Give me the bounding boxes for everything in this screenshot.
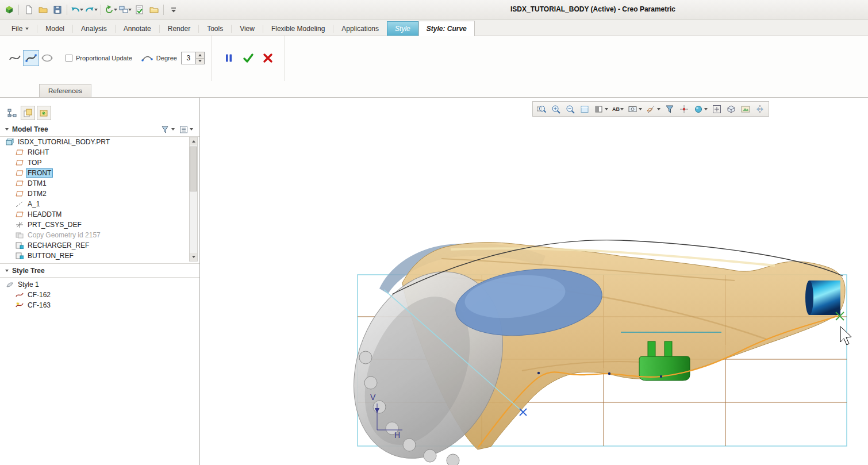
show-layers-button[interactable] xyxy=(21,106,35,120)
app-logo-icon[interactable] xyxy=(2,3,16,17)
proportional-update-checkbox[interactable]: Proportional Update xyxy=(66,55,132,62)
redo-dropdown-icon[interactable] xyxy=(94,9,98,11)
style-tree-header[interactable]: Style Tree xyxy=(0,263,199,278)
scene-render-button[interactable] xyxy=(739,102,752,116)
free-curve-button[interactable] xyxy=(7,50,23,66)
3d-viewport[interactable]: V H xyxy=(200,98,868,465)
tab-style[interactable]: Style xyxy=(387,21,418,36)
tab-tools[interactable]: Tools xyxy=(199,21,231,36)
perspective-button[interactable] xyxy=(724,102,738,116)
tree-item-style1[interactable]: Style 1 xyxy=(0,279,199,290)
tab-view[interactable]: View xyxy=(232,21,263,36)
zoom-out-button[interactable] xyxy=(563,102,577,116)
datum-display-button[interactable] xyxy=(644,102,662,116)
tree-item-dtm1[interactable]: DTM1 xyxy=(0,178,199,189)
zoom-window-button[interactable] xyxy=(710,102,724,116)
windows-dropdown-icon[interactable] xyxy=(128,9,132,11)
separator xyxy=(285,35,285,81)
tab-applications[interactable]: Applications xyxy=(333,21,387,36)
open-folder-button[interactable] xyxy=(147,3,160,17)
tree-item-headdtm[interactable]: HEADDTM xyxy=(0,209,199,220)
collapse-arrow-icon[interactable] xyxy=(5,270,9,272)
saved-views-button[interactable] xyxy=(626,102,644,116)
scroll-down-button[interactable] xyxy=(190,253,197,261)
collapse-arrow-icon[interactable] xyxy=(5,128,9,130)
windows-button[interactable] xyxy=(118,3,132,17)
customize-toolbar-button[interactable] xyxy=(167,3,180,17)
tab-model[interactable]: Model xyxy=(37,21,72,36)
model-tree-header[interactable]: Model Tree xyxy=(0,122,199,137)
appearances-button[interactable] xyxy=(692,102,709,116)
tree-item-part[interactable]: ISDX_TUTORIAL_BODY.PRT xyxy=(0,137,199,147)
save-button[interactable] xyxy=(51,3,64,17)
curve-on-surface-button[interactable] xyxy=(39,50,55,66)
pause-button[interactable] xyxy=(221,50,237,66)
tree-navigator-button[interactable] xyxy=(5,106,19,120)
refit-button[interactable] xyxy=(535,102,548,116)
perspective-box-icon xyxy=(726,104,736,114)
refit-icon xyxy=(536,104,547,114)
tree-filters-button[interactable] xyxy=(160,124,176,135)
tree-item-right[interactable]: RIGHT xyxy=(0,147,199,157)
scroll-up-button[interactable] xyxy=(190,137,197,145)
ok-button[interactable] xyxy=(240,50,256,66)
degree-spinner[interactable]: 3 xyxy=(181,52,205,64)
save-icon xyxy=(52,5,63,15)
tab-render[interactable]: Render xyxy=(160,21,198,36)
display-style-button[interactable] xyxy=(592,102,610,116)
tree-item-top[interactable]: TOP xyxy=(0,157,199,168)
planar-curve-button[interactable] xyxy=(23,50,39,66)
tree-item-cf162[interactable]: CF-162 xyxy=(0,290,199,300)
tree-item-csys[interactable]: PRT_CSYS_DEF xyxy=(0,220,199,230)
scrollbar-thumb[interactable] xyxy=(190,147,197,191)
tree-item-cf163[interactable]: CF-163 xyxy=(0,300,199,310)
cancel-button[interactable] xyxy=(260,50,276,66)
verify-button[interactable] xyxy=(133,3,146,17)
undo-dropdown-icon[interactable] xyxy=(80,9,83,11)
dropdown-arrow-icon[interactable] xyxy=(704,108,708,110)
datum-plane-icon xyxy=(16,191,24,197)
dropdown-arrow-icon[interactable] xyxy=(190,128,193,130)
tree-columns-button[interactable] xyxy=(178,124,194,135)
tab-style-curve-active[interactable]: Style: Curve xyxy=(418,21,475,36)
dropdown-arrow-icon[interactable] xyxy=(657,108,660,110)
zoom-in-button[interactable] xyxy=(549,102,563,116)
regenerate-button[interactable] xyxy=(104,3,117,17)
model-tree-scrollbar[interactable] xyxy=(189,137,198,262)
open-file-button[interactable] xyxy=(36,3,49,17)
tab-flexible-modeling[interactable]: Flexible Modeling xyxy=(263,21,333,36)
dropdown-arrow-icon[interactable] xyxy=(171,128,175,130)
dropdown-arrow-icon[interactable] xyxy=(639,108,642,110)
degree-spin-buttons xyxy=(196,52,205,64)
redo-button[interactable] xyxy=(85,3,98,17)
new-file-button[interactable] xyxy=(22,3,35,17)
undo-button[interactable] xyxy=(70,3,83,17)
tree-item-copy-geometry[interactable]: Copy Geometry id 2157 xyxy=(0,230,199,240)
tab-file[interactable]: File xyxy=(3,21,37,36)
regenerate-dropdown-icon[interactable] xyxy=(114,9,117,11)
tree-item-recharger-ref[interactable]: RECHARGER_REF xyxy=(0,240,199,251)
tree-item-a1[interactable]: A_1 xyxy=(0,199,199,209)
tree-item-front-selected[interactable]: FRONT xyxy=(0,168,199,178)
repaint-button[interactable] xyxy=(578,102,592,116)
dropdown-arrow-icon[interactable] xyxy=(605,108,608,110)
references-panel-tab[interactable]: References xyxy=(39,84,91,97)
spin-center-button[interactable] xyxy=(677,102,691,116)
mirror-view-button[interactable] xyxy=(753,102,767,116)
graphics-area[interactable]: AB xyxy=(200,98,868,465)
tree-item-dtm2[interactable]: DTM2 xyxy=(0,189,199,199)
tree-item-button-ref[interactable]: BUTTON_REF xyxy=(0,251,199,261)
file-menu-arrow-icon xyxy=(25,28,29,30)
checkbox-icon[interactable] xyxy=(66,55,72,62)
degree-decrement-button[interactable] xyxy=(196,58,204,64)
dropdown-arrow-icon[interactable] xyxy=(620,108,624,110)
annotation-display-button[interactable]: AB xyxy=(610,102,625,116)
tree-settings-button[interactable] xyxy=(37,106,51,120)
hide-items-button[interactable] xyxy=(663,102,677,116)
tab-annotate[interactable]: Annotate xyxy=(116,21,159,36)
curve-start-marker[interactable] xyxy=(520,409,527,416)
list-settings-icon xyxy=(179,125,188,134)
tab-analysis[interactable]: Analysis xyxy=(73,21,115,36)
degree-value[interactable]: 3 xyxy=(181,52,196,64)
degree-increment-button[interactable] xyxy=(196,52,204,58)
